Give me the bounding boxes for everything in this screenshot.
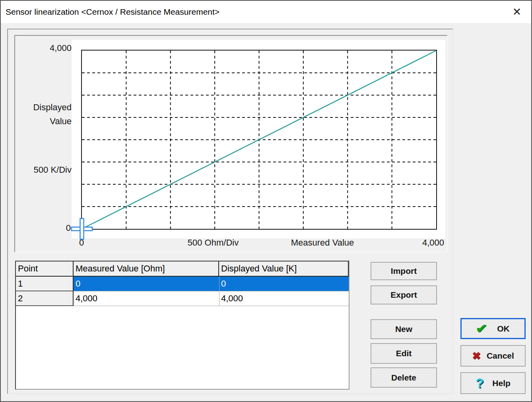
cell-displayed: 4,000 [219,291,349,306]
export-button[interactable]: Export [371,285,437,304]
table-header-row: Point Measured Value [Ohm] Displayed Val… [16,261,349,277]
x-axis-div-label: 500 Ohm/Div [169,238,257,248]
ok-button[interactable]: ✔ OK [460,318,526,339]
column-header-point: Point [16,261,74,277]
y-axis-max-tick: 4,000 [16,43,72,53]
x-axis-title: Measured Value [279,238,366,248]
cell-point: 2 [16,291,74,306]
help-button[interactable]: ? Help [460,372,526,394]
ok-button-label: OK [497,324,510,334]
cell-point: 1 [16,277,74,291]
cell-displayed: 0 [219,277,349,291]
linearization-curve-svg [82,51,436,229]
help-button-label: Help [492,379,511,388]
x-axis-max-tick: 4,000 [398,238,444,248]
y-axis-min-tick: 0 [20,223,71,233]
question-mark-icon: ? [476,377,483,390]
window-title: Sensor linearization <Cernox / Resistanc… [1,7,219,17]
check-icon: ✔ [476,322,487,335]
cell-measured: 4,000 [74,291,219,306]
delete-button[interactable]: Delete [371,367,437,388]
table-row[interactable]: 2 4,000 4,000 [16,291,349,306]
table-row[interactable]: 1 0 0 [16,277,349,291]
edit-button[interactable]: Edit [371,343,437,364]
x-icon: ✖ [472,351,481,361]
title-bar: Sensor linearization <Cernox / Resistanc… [1,1,531,23]
column-header-measured: Measured Value [Ohm] [74,261,219,277]
cell-measured: 0 [74,277,219,291]
close-icon[interactable]: ✕ [508,1,526,23]
import-button[interactable]: Import [371,262,437,280]
y-axis-div-label: 500 K/Div [20,165,72,175]
y-axis-title: Displayed Value [20,100,72,128]
x-axis-min-tick: 0 [72,238,91,248]
sensor-linearization-dialog: Sensor linearization <Cernox / Resistanc… [0,0,532,402]
cancel-button[interactable]: ✖ Cancel [460,345,526,367]
points-table: Point Measured Value [Ohm] Displayed Val… [15,261,349,390]
column-header-displayed: Displayed Value [K] [219,261,349,277]
cancel-button-label: Cancel [487,351,514,361]
chart-plot[interactable] [81,50,437,230]
new-button[interactable]: New [371,319,437,339]
